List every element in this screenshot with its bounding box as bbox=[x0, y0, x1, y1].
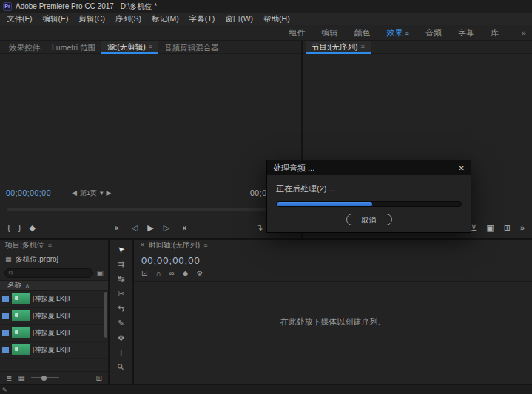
mark-in-icon[interactable]: { bbox=[7, 223, 10, 233]
snap-toggle-icon[interactable]: ∩ bbox=[155, 269, 161, 277]
menu-captions[interactable]: 字幕(T) bbox=[184, 14, 220, 24]
menu-file[interactable]: 文件(F) bbox=[1, 14, 37, 24]
source-monitor-panel: 效果控件 Lumetri 范围 源:(无剪辑)≡ 音频剪辑混合器 00;00;0… bbox=[0, 41, 301, 238]
name-column-label: 名称 bbox=[7, 281, 21, 291]
tab-lumetri-scopes[interactable]: Lumetri 范围 bbox=[46, 41, 101, 54]
project-row[interactable]: [神探夏 LK][I bbox=[0, 325, 108, 342]
workspace-menu-icon[interactable]: ≡ bbox=[405, 30, 409, 37]
project-file-row[interactable]: ▦ 多机位.prproj bbox=[0, 251, 108, 266]
caret-down-icon[interactable]: ▾ bbox=[100, 189, 104, 197]
insert-nest-toggle-icon[interactable]: ⊡ bbox=[141, 269, 147, 277]
thumbnail-zoom-slider[interactable] bbox=[31, 377, 59, 378]
close-icon[interactable]: ✕ bbox=[140, 242, 145, 248]
workspace-tab-libraries[interactable]: 库 bbox=[482, 27, 507, 38]
filter-bin-icon[interactable]: ▣ bbox=[97, 269, 104, 277]
vertical-scrollbar[interactable] bbox=[104, 292, 107, 338]
mark-out-icon[interactable]: } bbox=[18, 223, 21, 233]
source-page-selector[interactable]: ◀ 第1页 ▾ ▶ bbox=[72, 188, 111, 198]
panel-menu-icon[interactable]: ≡ bbox=[360, 40, 364, 53]
source-zoom-scrollbar[interactable] bbox=[7, 208, 294, 211]
insert-icon[interactable]: ↴ bbox=[256, 223, 263, 233]
source-timecode[interactable]: 00;00;00;00 bbox=[6, 188, 51, 197]
processing-audio-dialog: 处理音频 ... ✕ 正在后处理(2) ... 取消 bbox=[266, 160, 471, 233]
workspace-tab-effects[interactable]: 效果≡ bbox=[379, 27, 417, 38]
project-footer-toolbar: ≣ ▦ ⊞ bbox=[0, 371, 108, 384]
project-row[interactable]: [神探夏 LK][I bbox=[0, 291, 108, 308]
transport-overflow-icon[interactable]: » bbox=[520, 223, 525, 232]
add-marker-icon[interactable]: ◆ bbox=[29, 223, 35, 233]
selection-tool-icon[interactable]: ➤ bbox=[115, 244, 127, 256]
workspace-tab-audio[interactable]: 音频 bbox=[417, 27, 450, 38]
extract-icon[interactable]: ⊻ bbox=[471, 223, 477, 233]
icon-view-icon[interactable]: ▦ bbox=[18, 374, 24, 382]
clip-name: [神探夏 LK][I bbox=[33, 311, 70, 321]
timeline-timecode[interactable]: 00;00;00;00 bbox=[134, 251, 532, 266]
workspace-tab-color[interactable]: 颜色 bbox=[346, 27, 379, 38]
ripple-edit-tool-icon[interactable]: ↹ bbox=[118, 274, 124, 284]
pen-tool-icon[interactable]: ✎ bbox=[118, 319, 124, 328]
name-column-header[interactable]: 名称 ∧ bbox=[0, 280, 108, 291]
workspace-overflow-icon[interactable]: » bbox=[522, 28, 526, 37]
dialog-close-icon[interactable]: ✕ bbox=[459, 164, 465, 172]
project-row[interactable]: [神探夏 LK][I bbox=[0, 342, 108, 359]
page-label: 第1页 bbox=[80, 188, 97, 198]
menu-clip[interactable]: 剪辑(C) bbox=[73, 14, 110, 24]
panel-menu-icon[interactable]: ≡ bbox=[149, 40, 152, 53]
workspace-tab-captions[interactable]: 字幕 bbox=[450, 27, 482, 38]
comparison-view-icon[interactable]: ⊞ bbox=[504, 223, 511, 233]
hand-tool-icon[interactable]: ✥ bbox=[118, 333, 124, 343]
tab-effect-controls[interactable]: 效果控件 bbox=[3, 41, 46, 54]
progress-bar bbox=[276, 201, 462, 207]
window-title: Adobe Premiere Pro CC 2017 - D:\多机位 * bbox=[16, 1, 157, 12]
project-item-list: [神探夏 LK][I [神探夏 LK][I [神探夏 LK][I [神探夏 LK… bbox=[0, 291, 108, 371]
page-prev-icon[interactable]: ◀ bbox=[72, 189, 77, 197]
workspace-tab-assembly[interactable]: 组件 bbox=[281, 27, 314, 38]
list-view-icon[interactable]: ≣ bbox=[6, 374, 12, 382]
tab-audio-clip-mixer[interactable]: 音频剪辑混合器 bbox=[158, 41, 225, 54]
menu-bar: 文件(F) 编辑(E) 剪辑(C) 序列(S) 标记(M) 字幕(T) 窗口(W… bbox=[0, 13, 532, 25]
menu-sequence[interactable]: 序列(S) bbox=[110, 14, 147, 24]
razor-tool-icon[interactable]: ✂ bbox=[118, 289, 124, 299]
new-bin-icon[interactable]: ⊞ bbox=[96, 374, 102, 382]
goto-out-icon[interactable]: ⇥ bbox=[179, 223, 186, 233]
program-panel-tabs: 节目:(无序列)≡ bbox=[303, 41, 532, 54]
tab-project[interactable]: 项目:多机位 bbox=[5, 240, 44, 251]
timeline-settings-icon[interactable]: ⚙ bbox=[196, 269, 203, 277]
timeline-panel-tabs: ✕ 时间轴:(无序列) ≡ bbox=[134, 240, 532, 251]
step-forward-icon[interactable]: ▷ bbox=[164, 223, 169, 233]
project-panel: 项目:多机位 ≡ ▦ 多机位.prproj ⚲ ▣ 名称 ∧ [神探夏 LK][… bbox=[0, 240, 108, 384]
panel-menu-icon[interactable]: ≡ bbox=[48, 242, 52, 249]
goto-in-icon[interactable]: ⇤ bbox=[115, 223, 122, 233]
status-bar: ✎ bbox=[0, 385, 532, 394]
play-icon[interactable]: ▶ bbox=[147, 223, 153, 233]
slip-tool-icon[interactable]: ⇆ bbox=[118, 304, 124, 313]
track-select-forward-tool-icon[interactable]: ⇉ bbox=[118, 259, 124, 269]
tab-source-monitor[interactable]: 源:(无剪辑)≡ bbox=[101, 41, 158, 54]
menu-help[interactable]: 帮助(H) bbox=[258, 14, 295, 24]
zoom-tool-icon[interactable]: ⚲ bbox=[115, 361, 127, 373]
menu-window[interactable]: 窗口(W) bbox=[220, 14, 258, 24]
source-timecode-row: 00;00;00;00 ◀ 第1页 ▾ ▶ 00;00;00;00 bbox=[0, 187, 301, 199]
export-frame-icon[interactable]: ▣ bbox=[486, 223, 494, 233]
linked-selection-toggle-icon[interactable]: ∞ bbox=[169, 269, 175, 277]
search-input[interactable]: ⚲ bbox=[4, 268, 93, 278]
source-transport-controls: { } ◆ ⇤ ◁ ▶ ▷ ⇥ ↴ ⤵ ▣ bbox=[0, 220, 301, 235]
project-row[interactable]: [神探夏 LK][I bbox=[0, 308, 108, 325]
page-next-icon[interactable]: ▶ bbox=[106, 189, 111, 197]
tab-timeline[interactable]: 时间轴:(无序列) bbox=[149, 240, 200, 251]
dialog-message: 正在后处理(2) ... bbox=[276, 183, 462, 194]
slider-knob[interactable] bbox=[41, 376, 47, 381]
panel-menu-icon[interactable]: ≡ bbox=[203, 242, 207, 249]
progress-fill bbox=[277, 202, 372, 206]
tab-program-monitor[interactable]: 节目:(无序列)≡ bbox=[306, 41, 371, 54]
workspace-tab-editing[interactable]: 编辑 bbox=[314, 27, 346, 38]
cancel-button[interactable]: 取消 bbox=[346, 214, 392, 225]
add-marker-icon[interactable]: ◆ bbox=[183, 269, 189, 277]
menu-markers[interactable]: 标记(M) bbox=[147, 14, 184, 24]
step-back-icon[interactable]: ◁ bbox=[132, 223, 138, 233]
dialog-header[interactable]: 处理音频 ... ✕ bbox=[267, 160, 471, 175]
tab-source-monitor-label: 源:(无剪辑) bbox=[107, 40, 146, 53]
type-tool-icon[interactable]: T bbox=[118, 348, 124, 357]
clip-type-icon bbox=[2, 296, 9, 302]
menu-edit[interactable]: 编辑(E) bbox=[37, 14, 73, 24]
